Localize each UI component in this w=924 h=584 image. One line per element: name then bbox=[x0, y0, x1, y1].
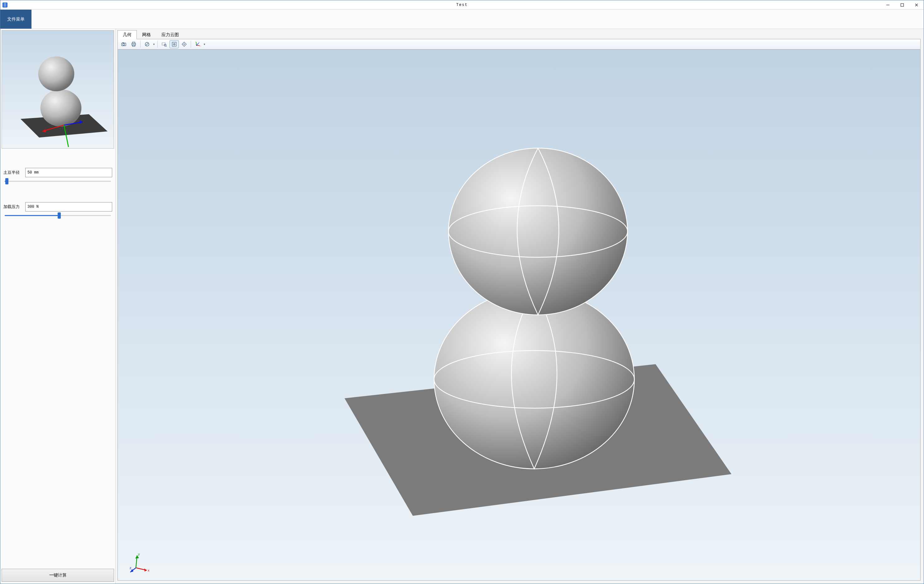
tab-geom[interactable]: 几何 bbox=[117, 30, 137, 39]
zoom-rect-icon[interactable] bbox=[160, 40, 169, 48]
window-title: Test bbox=[456, 3, 468, 7]
svg-line-19 bbox=[146, 43, 148, 46]
tab-bar: 几何网格应力云图 bbox=[117, 30, 921, 39]
slider-thumb[interactable] bbox=[58, 212, 61, 219]
axis-triad: x y z bbox=[130, 552, 152, 574]
axes-icon[interactable]: xzy bbox=[193, 40, 202, 48]
maximize-button[interactable] bbox=[895, 0, 909, 9]
radius-input[interactable] bbox=[25, 168, 112, 177]
pressure-slider[interactable] bbox=[3, 212, 112, 220]
main-area: 几何网格应力云图 ▼ xzy ▼ bbox=[116, 29, 924, 584]
svg-point-4 bbox=[41, 89, 82, 127]
svg-rect-20 bbox=[162, 43, 165, 45]
expand-icon[interactable] bbox=[180, 40, 189, 48]
svg-rect-0 bbox=[2, 2, 7, 7]
radius-label: 土豆半径 bbox=[3, 170, 23, 175]
title-bar: Test bbox=[0, 0, 924, 10]
chevron-down-icon[interactable]: ▼ bbox=[203, 43, 206, 46]
sidebar: 土豆半径 加载压力 bbox=[0, 29, 116, 584]
tab-stress[interactable]: 应力云图 bbox=[156, 30, 184, 39]
pressure-input[interactable] bbox=[25, 202, 112, 212]
tab-mesh[interactable]: 网格 bbox=[137, 30, 156, 39]
viewport-3d[interactable]: x y z bbox=[117, 49, 921, 581]
fit-view-icon[interactable] bbox=[170, 40, 179, 48]
close-button[interactable] bbox=[909, 0, 924, 9]
camera-icon[interactable] bbox=[119, 40, 129, 48]
pressure-block: 加载压力 bbox=[3, 202, 112, 220]
app-icon bbox=[2, 2, 8, 8]
no-sign-icon[interactable] bbox=[142, 40, 152, 48]
svg-line-26 bbox=[196, 43, 198, 46]
slider-thumb[interactable] bbox=[5, 178, 8, 184]
ribbon: 文件菜单 bbox=[0, 10, 924, 29]
viewport-toolbar: ▼ xzy ▼ bbox=[117, 39, 921, 49]
svg-point-31 bbox=[434, 290, 635, 469]
radius-block: 土豆半径 bbox=[3, 168, 112, 185]
svg-point-34 bbox=[449, 148, 627, 315]
svg-rect-16 bbox=[132, 42, 135, 43]
axis-y-label: y bbox=[138, 552, 140, 556]
param-area: 土豆半径 加载压力 bbox=[0, 150, 115, 569]
print-icon[interactable] bbox=[129, 40, 139, 48]
svg-text:z: z bbox=[195, 41, 196, 43]
svg-point-5 bbox=[38, 56, 74, 91]
minimize-button[interactable] bbox=[881, 0, 895, 9]
preview-3d[interactable] bbox=[2, 30, 114, 148]
axis-z-label: z bbox=[130, 566, 132, 570]
svg-rect-2 bbox=[901, 3, 904, 6]
file-menu-button[interactable]: 文件菜单 bbox=[0, 10, 31, 29]
svg-rect-14 bbox=[122, 42, 124, 43]
svg-line-22 bbox=[166, 46, 167, 47]
app-window: Test 文件菜单 bbox=[0, 0, 924, 584]
window-controls bbox=[881, 0, 924, 9]
svg-text:y: y bbox=[198, 41, 200, 43]
svg-text:x: x bbox=[200, 45, 200, 47]
body: 土豆半径 加载压力 bbox=[0, 29, 924, 584]
pressure-label: 加载压力 bbox=[3, 204, 23, 210]
radius-slider[interactable] bbox=[3, 177, 112, 185]
chevron-down-icon[interactable]: ▼ bbox=[152, 43, 155, 46]
svg-point-13 bbox=[123, 44, 125, 46]
compute-button[interactable]: 一键计算 bbox=[2, 569, 114, 582]
axis-x-label: x bbox=[148, 568, 150, 572]
